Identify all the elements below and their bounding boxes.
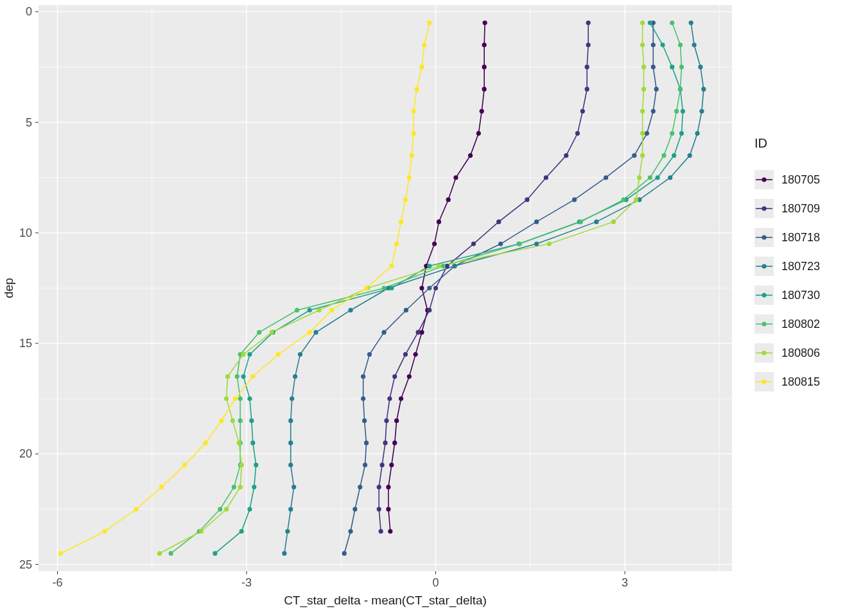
series-point-180718 <box>498 241 503 246</box>
series-point-180718 <box>404 308 408 312</box>
series-point-180723 <box>692 42 696 47</box>
series-point-180815 <box>329 308 334 312</box>
series-point-180815 <box>412 109 416 114</box>
series-point-180730 <box>240 529 244 533</box>
series-point-180723 <box>292 484 296 489</box>
series-point-180723 <box>288 441 293 445</box>
series-point-180705 <box>414 352 418 357</box>
series-point-180730 <box>254 463 258 467</box>
y-axis-title: dep <box>2 278 15 298</box>
legend-point-180730 <box>762 293 766 297</box>
series-point-180705 <box>480 109 484 114</box>
series-point-180806 <box>634 198 638 202</box>
series-point-180815 <box>219 418 223 423</box>
series-point-180723 <box>701 87 706 91</box>
legend-label: 180718 <box>781 231 820 244</box>
series-point-180730 <box>656 175 660 180</box>
series-point-180815 <box>407 175 412 180</box>
legend-label: 180730 <box>781 289 820 302</box>
series-point-180802 <box>169 551 173 556</box>
series-point-180802 <box>441 264 446 268</box>
series-point-180709 <box>525 198 529 202</box>
series-point-180705 <box>392 441 397 445</box>
series-point-180806 <box>437 264 441 268</box>
legend-label: 180802 <box>781 318 820 330</box>
y-tick-label: 10 <box>19 227 32 239</box>
series-point-180802 <box>679 65 684 69</box>
y-tick-label: 15 <box>19 337 32 350</box>
series-point-180806 <box>224 397 229 401</box>
series-point-180730 <box>247 352 252 357</box>
series-point-180815 <box>427 21 432 25</box>
series-point-180718 <box>654 87 659 91</box>
series-point-180815 <box>412 131 416 135</box>
series-point-180718 <box>604 175 608 180</box>
series-point-180802 <box>232 484 236 489</box>
series-point-180723 <box>695 131 699 135</box>
series-point-180730 <box>249 418 254 423</box>
series-point-180802 <box>257 330 261 334</box>
series-point-180806 <box>637 175 641 180</box>
series-point-180709 <box>433 286 438 290</box>
series-point-180806 <box>240 463 244 467</box>
series-point-180709 <box>415 330 420 334</box>
series-point-180718 <box>651 109 656 114</box>
series-point-180718 <box>348 529 353 533</box>
series-point-180730 <box>681 109 685 114</box>
series-point-180709 <box>377 484 381 489</box>
series-point-180730 <box>308 308 312 312</box>
series-point-180802 <box>678 87 683 91</box>
x-axis-title: CT_star_delta - mean(CT_star_delta) <box>284 594 487 608</box>
series-point-180709 <box>564 153 568 158</box>
y-tick-label: 25 <box>19 558 32 571</box>
series-point-180815 <box>399 219 403 224</box>
legend-point-180802 <box>762 321 766 326</box>
series-point-180709 <box>427 308 432 312</box>
series-point-180730 <box>213 551 217 556</box>
series-point-180723 <box>293 374 297 379</box>
series-point-180723 <box>288 463 293 467</box>
x-tick-label: 3 <box>622 576 628 589</box>
series-point-180709 <box>403 352 408 357</box>
series-point-180802 <box>235 374 240 379</box>
series-point-180718 <box>381 330 386 334</box>
series-point-180806 <box>231 418 235 423</box>
series-point-180806 <box>640 21 645 25</box>
legend-point-180705 <box>762 177 766 182</box>
series-point-180815 <box>308 330 312 334</box>
series-point-180718 <box>632 153 636 158</box>
series-point-180709 <box>496 219 501 224</box>
series-point-180723 <box>298 352 302 357</box>
series-point-180723 <box>288 507 293 511</box>
series-point-180730 <box>672 153 676 158</box>
legend-point-180723 <box>762 264 766 268</box>
series-point-180806 <box>640 42 645 47</box>
series-point-180815 <box>58 551 63 556</box>
series-point-180718 <box>342 551 347 556</box>
series-point-180806 <box>237 441 241 445</box>
series-point-180815 <box>250 374 255 379</box>
series-point-180802 <box>238 418 243 423</box>
x-tick-label: 0 <box>433 576 439 589</box>
series-point-180802 <box>295 308 299 312</box>
series-point-180718 <box>651 65 656 69</box>
series-point-180723 <box>534 241 539 246</box>
series-point-180815 <box>102 529 107 533</box>
series-point-180730 <box>247 397 252 401</box>
series-point-180705 <box>482 42 487 47</box>
series-point-180802 <box>661 153 666 158</box>
series-point-180718 <box>367 352 372 357</box>
series-point-180802 <box>670 131 674 135</box>
legend-label: 180815 <box>781 375 820 388</box>
series-point-180709 <box>544 175 548 180</box>
series-point-180709 <box>580 109 585 114</box>
series-point-180815 <box>275 352 280 357</box>
legend-point-180709 <box>762 206 766 210</box>
series-point-180806 <box>225 374 230 379</box>
series-point-180709 <box>379 529 383 533</box>
series-point-180806 <box>611 219 616 224</box>
legend-title: ID <box>754 136 767 150</box>
series-point-180802 <box>579 219 583 224</box>
series-point-180815 <box>422 42 426 47</box>
series-point-180705 <box>386 507 390 511</box>
